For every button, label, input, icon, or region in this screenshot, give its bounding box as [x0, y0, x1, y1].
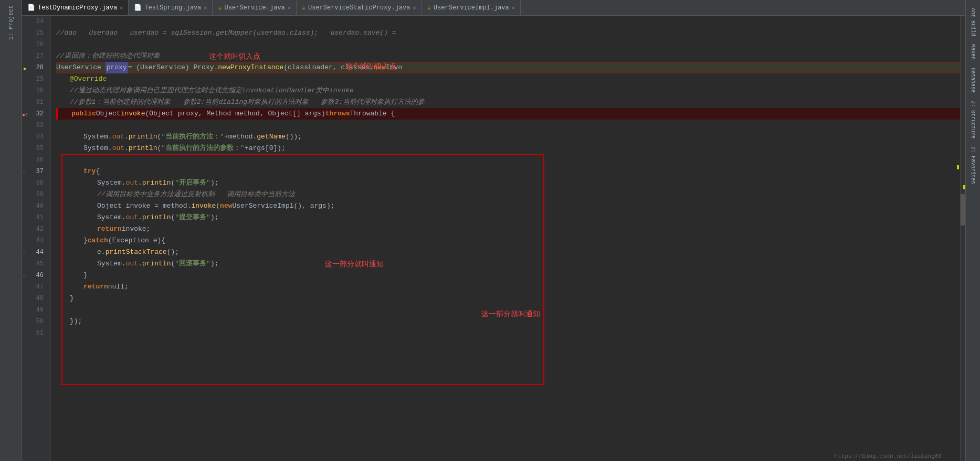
code-line-42: return invoke; — [56, 223, 960, 235]
line-28-eq: = (UserService) Proxy — [128, 62, 214, 73]
code-line-24 — [56, 16, 960, 27]
tab-icon-userservicestaticproxy: ☕ — [302, 4, 305, 12]
line-27-comment: //返回值：创建好的动态代理对象 — [56, 50, 160, 62]
ant-build-label[interactable]: Ant Build — [970, 8, 976, 36]
code-content[interactable]: //dao Userdao userdao = sqlSession.getMa… — [51, 16, 960, 461]
code-line-50: }); — [56, 316, 960, 327]
tab-label-userservicestaticproxy: UserServiceStaticProxy.java — [308, 4, 410, 12]
line-num-24: 24 — [22, 16, 46, 27]
line-32-public: public — [71, 108, 96, 120]
line-num-34: 34 — [22, 131, 46, 143]
project-panel-label[interactable]: 1: Project — [8, 5, 14, 40]
code-line-38: System.out.println("开启事务"); — [56, 177, 960, 189]
line-num-33: 33 — [22, 120, 46, 131]
database-label[interactable]: Database — [970, 68, 976, 93]
line-30-comment: //通过动态代理对象调用自己里面代理方法时会优先指定 — [70, 85, 242, 97]
code-line-45: System.out.println("回滚事务"); 这一部分就叫通知 — [56, 258, 960, 270]
line-num-50: 50 — [22, 316, 46, 327]
tab-label-userserviceimpl: UserServiceImpl.java — [434, 4, 509, 12]
tab-label-userservice: UserService.java — [225, 4, 285, 12]
line-num-35: 35 — [22, 143, 46, 154]
code-line-37: try { — [56, 166, 960, 177]
code-line-34: System.out.println("当前执行的方法："+method.get… — [56, 131, 960, 143]
tab-close-testdynamicproxy[interactable]: ✕ — [120, 5, 123, 11]
scroll-thumb[interactable] — [961, 194, 965, 226]
tab-testdynamicproxy[interactable]: 📄 TestDynamicProxy.java ✕ — [22, 0, 129, 15]
line-num-51: 51 — [22, 327, 46, 339]
line-num-49: 49 — [22, 304, 46, 316]
maven-label[interactable]: Maven — [970, 44, 976, 60]
line-num-38: 38 — [22, 177, 46, 189]
code-line-33 — [56, 120, 960, 131]
tab-close-testspring[interactable]: ✕ — [204, 5, 207, 11]
line-num-29: 29 — [22, 73, 46, 85]
yellow-scroll-marker — [963, 185, 965, 189]
code-line-30: //通过动态代理对象调用自己里面代理方法时会优先指定invokcationHan… — [56, 85, 960, 97]
tab-userserviceimpl[interactable]: ☕ UserServiceImpl.java ✕ — [422, 0, 521, 15]
code-line-51 — [56, 327, 960, 339]
line-num-39: 39 — [22, 189, 46, 200]
code-line-46: } — [56, 270, 960, 281]
code-line-43: }catch (Exception e){ — [56, 235, 960, 246]
code-line-36 — [56, 154, 960, 166]
line-num-28: 28 ● — [22, 62, 46, 73]
code-line-29: @Override — [56, 73, 960, 85]
tab-bar: 📄 TestDynamicProxy.java ✕ 📄 TestSpring.j… — [22, 0, 965, 16]
tab-icon-userserviceimpl: ☕ — [427, 4, 431, 12]
tab-close-userserviceimpl[interactable]: ✕ — [512, 5, 515, 11]
line-num-44: 44 ○ — [22, 246, 46, 258]
line-num-45: 45 — [22, 258, 46, 270]
code-line-28: UserService proxy = (UserService) Proxy.… — [56, 62, 960, 73]
tab-testspring[interactable]: 📄 TestSpring.java ✕ — [129, 0, 213, 15]
line-number-gutter: 24 25 26 27 28 ● 29 30 31 32 ●! 33 34 35… — [22, 16, 51, 461]
line-num-43: 43 — [22, 235, 46, 246]
tab-close-userservicestaticproxy[interactable]: ✕ — [413, 5, 416, 11]
code-line-48: } — [56, 293, 960, 304]
line-28-var: proxy — [106, 62, 128, 73]
line-num-27: 27 — [22, 50, 46, 62]
line-num-41: 41 — [22, 212, 46, 223]
code-line-35: System.out.println("当前执行的方法的参数："+args[0]… — [56, 143, 960, 154]
line-num-47: 47 — [22, 281, 46, 293]
tab-icon-testdynamicproxy: 📄 — [27, 4, 35, 12]
code-area[interactable]: 24 25 26 27 28 ● 29 30 31 32 ●! 33 34 35… — [22, 16, 965, 461]
callout-cutpoint: 这个就叫切入点 — [209, 50, 260, 62]
editor-container: 📄 TestDynamicProxy.java ✕ 📄 TestSpring.j… — [22, 0, 965, 461]
tab-label-testdynamicproxy: TestDynamicProxy.java — [38, 4, 117, 12]
line-num-37: 37 ○ — [22, 166, 46, 177]
code-line-32: public Object invoke ( Object proxy, Met… — [56, 108, 960, 120]
line-25-comment: //dao Userdao userdao = sqlSession.getMa… — [56, 27, 396, 39]
structure-label[interactable]: Z: Structure — [970, 101, 976, 138]
code-line-26 — [56, 39, 960, 50]
line-num-48: 48 — [22, 293, 46, 304]
code-line-41: System.out.println("提交事务"); — [56, 212, 960, 223]
scrollbar[interactable] — [960, 16, 965, 461]
line-num-40: 40 — [22, 200, 46, 212]
code-line-31: //参数1：当前创建好的代理对象 参数2:当前dialing对象执行的方法对象 … — [56, 97, 960, 108]
tab-icon-userservice: ☕ — [218, 4, 222, 12]
code-line-40: Object invoke = method.invoke(new UserSe… — [56, 200, 960, 212]
tab-userservicestaticproxy[interactable]: ☕ UserServiceStaticProxy.java ✕ — [297, 0, 422, 15]
line-num-26: 26 — [22, 39, 46, 50]
line-num-46: 46 ○ — [22, 270, 46, 281]
code-line-25: //dao Userdao userdao = sqlSession.getMa… — [56, 27, 960, 39]
line-num-42: 42 — [22, 223, 46, 235]
right-sidebar: Ant Build Maven Database Z: Structure 2:… — [965, 0, 980, 461]
line-num-30: 30 — [22, 85, 46, 97]
code-line-39: //调用目标类中业务方法通过反射机制 调用目标类中当前方法 — [56, 189, 960, 200]
favorites-label[interactable]: 2: Favorites — [970, 146, 976, 184]
line-num-31: 31 — [22, 97, 46, 108]
tab-close-userservice[interactable]: ✕ — [288, 5, 291, 11]
line-28-type: UserService — [56, 62, 101, 73]
tab-icon-testspring: 📄 — [134, 4, 142, 12]
line-29-annotation: @Override — [70, 73, 107, 85]
tab-label-testspring: TestSpring.java — [144, 4, 201, 12]
tab-userservice[interactable]: ☕ UserService.java ✕ — [213, 0, 296, 15]
line-num-36: 36 — [22, 154, 46, 166]
line-num-32: 32 ●! — [22, 108, 46, 120]
code-line-49 — [56, 304, 960, 316]
callout-notification: 这一部分就叫通知 — [325, 258, 384, 270]
url-bar: https://blog.csdn.net/liulang68 — [831, 452, 944, 461]
line-31-comment: //参数1：当前创建好的代理对象 参数2:当前 — [70, 97, 218, 108]
code-line-44: e.printStackTrace(); — [56, 246, 960, 258]
